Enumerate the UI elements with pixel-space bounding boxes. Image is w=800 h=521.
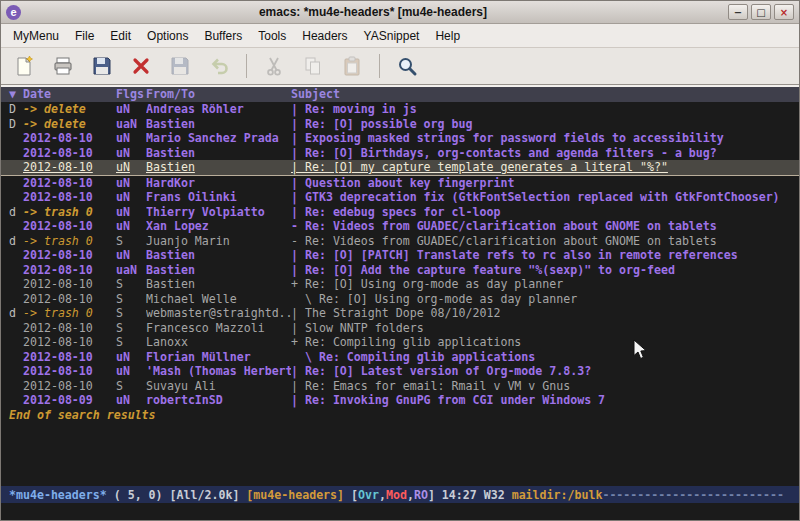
date-cell: 2012-08-10 — [23, 248, 116, 263]
from-cell: Bastien — [146, 117, 291, 132]
flags-cell: uN — [116, 176, 146, 191]
minimize-button[interactable]: − — [728, 4, 748, 20]
flags-cell: uN — [116, 160, 146, 175]
minibuffer[interactable] — [1, 503, 799, 520]
message-row[interactable]: 2012-08-10SSuvayu Ali| Re: Emacs for ema… — [1, 379, 799, 394]
message-row[interactable]: D-> deleteuNAndreas Röhler| Re: moving i… — [1, 102, 799, 117]
column-header-date[interactable]: ▼ Date — [9, 87, 116, 102]
modeline: *mu4e-headers* ( 5, 0) [All/2.0k] [mu4e-… — [1, 486, 799, 503]
date-cell: 2012-08-10 — [23, 146, 116, 161]
flags-cell: S — [116, 335, 146, 350]
from-cell: Bastien — [146, 277, 291, 292]
flags-cell: S — [116, 321, 146, 336]
message-row[interactable]: d-> trash 0SJuanjo Marin- Re: Videos fro… — [1, 234, 799, 249]
message-row[interactable]: 2012-08-10uN'Mash (Thomas Herbert)| Re: … — [1, 364, 799, 379]
window-buttons: −□× — [725, 4, 794, 20]
message-row[interactable]: 2012-08-09uNrobertcInSD| Re: Invoking Gn… — [1, 393, 799, 408]
modeline-segment-plain: ] — [428, 488, 442, 502]
message-row[interactable]: d-> trash 0uNThierry Volpiatto| Re: edeb… — [1, 205, 799, 220]
from-cell: Frans Oilinki — [146, 190, 291, 205]
from-cell: 'Mash (Thomas Herbert) — [146, 364, 291, 379]
copy-icon[interactable] — [300, 53, 326, 79]
message-row[interactable]: 2012-08-10uNMario Sanchez Prada| Exposin… — [1, 131, 799, 146]
subject-cell: | Re: [O] [PATCH] Translate refs to rc a… — [291, 248, 799, 263]
message-row[interactable]: 2012-08-10SLanoxx+ Re: Compiling glib ap… — [1, 335, 799, 350]
message-row[interactable]: d-> trash 0Swebmaster@straightd...| The … — [1, 306, 799, 321]
undo-icon[interactable] — [206, 53, 232, 79]
message-row[interactable]: 2012-08-10uNFrans Oilinki| GTK3 deprecat… — [1, 190, 799, 205]
date-cell: 2012-08-10 — [23, 277, 116, 292]
message-row[interactable]: 2012-08-10SFrancesco Mazzoli| Slow NNTP … — [1, 321, 799, 336]
menu-tools[interactable]: Tools — [250, 25, 294, 47]
message-row[interactable]: 2012-08-10SMichael Welle \ Re: [O] Using… — [1, 292, 799, 307]
flags-cell: uN — [116, 131, 146, 146]
date-cell: 2012-08-10 — [23, 190, 116, 205]
message-row[interactable]: D-> deleteuaNBastien| Re: [O] possible o… — [1, 117, 799, 132]
paste-icon[interactable] — [339, 53, 365, 79]
subject-cell: | GTK3 deprecation fix (GtkFontSelection… — [291, 190, 799, 205]
menu-mymenu[interactable]: MyMenu — [5, 25, 67, 47]
message-row[interactable]: 2012-08-10uNBastien| Re: [O] my capture … — [1, 160, 799, 176]
maximize-button[interactable]: □ — [751, 4, 771, 20]
column-header-from[interactable]: From/To — [146, 87, 291, 102]
message-row[interactable]: 2012-08-10uNBastien| Re: [O] Birthdays, … — [1, 146, 799, 161]
menu-yasnippet[interactable]: YASnippet — [356, 25, 428, 47]
menu-buffers[interactable]: Buffers — [196, 25, 250, 47]
column-header-line: ▼ Date Flgs From/To Subject — [1, 87, 799, 102]
cut-icon[interactable] — [261, 53, 287, 79]
save-as-icon[interactable] — [167, 53, 193, 79]
modeline-segment-red: Mod — [386, 488, 407, 502]
titlebar[interactable]: e emacs: *mu4e-headers* [mu4e-headers] −… — [1, 1, 799, 24]
subject-cell: | Re: [O] Add the capture feature "%(sex… — [291, 263, 799, 278]
menu-help[interactable]: Help — [427, 25, 468, 47]
mark-char: d — [9, 234, 23, 249]
from-cell: Florian Müllner — [146, 350, 291, 365]
close-button[interactable]: × — [774, 4, 794, 20]
subject-cell: | Re: [O] Latest version of Org-mode 7.8… — [291, 364, 799, 379]
mark-char — [9, 160, 23, 175]
flags-cell: uN — [116, 350, 146, 365]
menu-file[interactable]: File — [67, 25, 102, 47]
subject-cell: - Re: Videos from GUADEC/clarification a… — [291, 219, 799, 234]
save-buffer-icon[interactable] — [89, 53, 115, 79]
menu-edit[interactable]: Edit — [102, 25, 139, 47]
message-row[interactable]: 2012-08-10uaNBastien| Re: [O] Add the ca… — [1, 263, 799, 278]
date-cell: -> trash 0 — [23, 306, 116, 321]
subject-cell: + Re: Compiling glib applications — [291, 335, 799, 350]
subject-cell: - Re: Videos from GUADEC/clarification a… — [291, 234, 799, 249]
flags-cell: uN — [116, 248, 146, 263]
message-row[interactable]: 2012-08-10uNBastien| Re: [O] [PATCH] Tra… — [1, 248, 799, 263]
modeline-segment-plain: , — [407, 488, 414, 502]
message-row[interactable]: 2012-08-10uNHardKor| Question about key … — [1, 176, 799, 191]
new-file-icon[interactable] — [11, 53, 37, 79]
subject-cell: | Slow NNTP folders — [291, 321, 799, 336]
message-row[interactable]: 2012-08-10uNXan Lopez- Re: Videos from G… — [1, 219, 799, 234]
date-cell: -> delete — [23, 102, 116, 117]
headers-list: D-> deleteuNAndreas Röhler| Re: moving i… — [1, 102, 799, 408]
modeline-segment-orange: maildir:/bulk — [512, 488, 603, 502]
mark-char — [9, 292, 23, 307]
open-file-icon[interactable] — [50, 53, 76, 79]
message-row[interactable]: 2012-08-10uNFlorian Müllner \ Re: Compil… — [1, 350, 799, 365]
from-cell: Xan Lopez — [146, 219, 291, 234]
from-cell: Thierry Volpiatto — [146, 205, 291, 220]
column-header-subject[interactable]: Subject — [291, 87, 799, 102]
date-cell: 2012-08-10 — [23, 350, 116, 365]
column-header-flags[interactable]: Flgs — [116, 87, 146, 102]
search-icon[interactable] — [394, 53, 420, 79]
mark-char — [9, 335, 23, 350]
menubar: MyMenuFileEditOptionsBuffersToolsHeaders… — [1, 24, 799, 48]
mark-char — [9, 393, 23, 408]
menu-options[interactable]: Options — [139, 25, 196, 47]
menu-headers[interactable]: Headers — [294, 25, 355, 47]
message-row[interactable]: 2012-08-10SBastien+ Re: [O] Using org-mo… — [1, 277, 799, 292]
date-cell: 2012-08-10 — [23, 364, 116, 379]
flags-cell: S — [116, 292, 146, 307]
modeline-segment-plain: , — [379, 488, 386, 502]
date-cell: 2012-08-10 — [23, 176, 116, 191]
mark-char — [9, 277, 23, 292]
date-cell: -> delete — [23, 117, 116, 132]
kill-buffer-icon[interactable] — [128, 53, 154, 79]
end-of-search-message: End of search results — [1, 408, 799, 423]
subject-cell: \ Re: [O] Using org-mode as day planner — [291, 292, 799, 307]
